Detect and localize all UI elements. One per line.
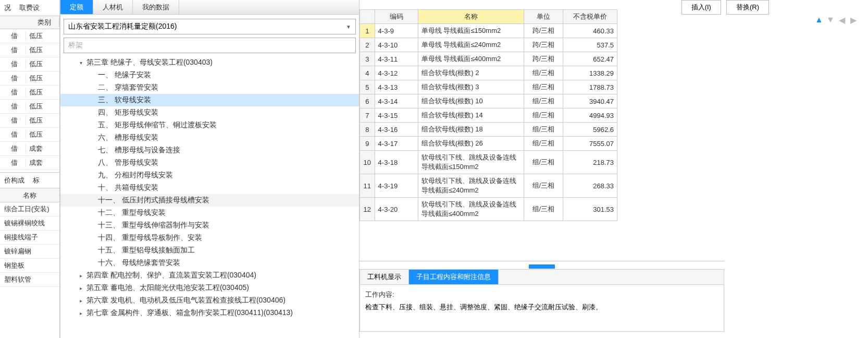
tree-item[interactable]: 七、 槽形母线与设备连接 <box>60 144 359 156</box>
table-row[interactable]: 114-3-19软母线引下线、跳线及设备连线 导线截面≤240mm2组/三相26… <box>360 174 617 198</box>
cell-price: 218.73 <box>563 151 617 174</box>
cell-code: 4-3-15 <box>375 108 418 123</box>
cell-unit: 跨/三相 <box>524 24 563 38</box>
left-row[interactable]: 借低压 <box>0 128 59 142</box>
table-row[interactable]: 84-3-16组合软母线(根数) 18组/三相5962.6 <box>360 123 617 137</box>
cell-code: 4-3-16 <box>375 123 418 137</box>
row-number: 3 <box>360 52 375 66</box>
quota-library-dropdown[interactable]: 山东省安装工程消耗量定额(2016) ▼ <box>64 19 356 34</box>
left-row[interactable]: 借低压 <box>0 29 59 43</box>
expand-icon[interactable]: ▸ <box>78 310 83 316</box>
cell-unit: 跨/三相 <box>524 38 563 52</box>
col-name[interactable]: 名称 <box>418 10 524 24</box>
tree-item[interactable]: 十一、 低压封闭式插接母线槽安装 <box>60 194 359 207</box>
table-row[interactable]: 14-3-9单母线 导线截面≤150mm2跨/三相460.33 <box>360 24 617 38</box>
col-code[interactable]: 编码 <box>375 10 418 24</box>
table-row[interactable]: 24-3-10单母线 导线截面≤240mm2跨/三相537.5 <box>360 38 617 52</box>
expand-icon[interactable]: ▸ <box>78 298 83 304</box>
tree-chapter[interactable]: ▸第四章 配电控制、保护、直流装置安装工程(030404) <box>60 269 359 282</box>
cell-price: 460.33 <box>563 24 617 38</box>
collapse-handle[interactable] <box>359 261 724 267</box>
table-row[interactable]: 104-3-18软母线引下线、跳线及设备连线 导线截面≤150mm2组/三相21… <box>360 151 617 174</box>
tree-item[interactable]: 三、 软母线安装 <box>60 94 359 106</box>
tab-item-notes[interactable]: 子目工程内容和附注信息 <box>409 270 499 284</box>
tab-mydata[interactable]: 我的数据 <box>133 0 179 14</box>
cell-name: 组合软母线(根数) 18 <box>418 123 524 137</box>
cell-name: 组合软母线(根数) 3 <box>418 80 524 94</box>
left-row-c1: 借 <box>0 31 26 41</box>
left-row[interactable]: 借成套 <box>0 142 59 156</box>
tree-item[interactable]: 六、 槽形母线安装 <box>60 131 359 144</box>
search-input[interactable]: 桥架 <box>64 38 356 53</box>
table-row[interactable]: 124-3-20软母线引下线、跳线及设备连线 导线截面≤400mm2组/三相30… <box>360 198 617 221</box>
tree-item[interactable]: 一、 绝缘子安装 <box>60 69 359 81</box>
arrow-right-icon[interactable]: ▶ <box>849 16 858 24</box>
tab-material-display[interactable]: 工料机显示 <box>360 270 409 284</box>
tree-item[interactable]: 八、 管形母线安装 <box>60 156 359 169</box>
tree-item[interactable]: 十、 共箱母线安装 <box>60 182 359 194</box>
left-row[interactable]: 借成套 <box>0 156 59 170</box>
tree-item[interactable]: 四、 矩形母线安装 <box>60 106 359 119</box>
table-row[interactable]: 64-3-14组合软母线(根数) 10组/三相3940.47 <box>360 94 617 108</box>
tree-item[interactable]: 十六、 母线绝缘套管安装 <box>60 257 359 269</box>
tab-materials[interactable]: 人材机 <box>93 0 133 14</box>
material-row[interactable]: 镀锡裸铜绞线 <box>0 216 59 231</box>
arrow-up-icon[interactable]: ▲ <box>815 16 823 24</box>
left-row-c1: 借 <box>0 45 26 55</box>
cell-name: 软母线引下线、跳线及设备连线 导线截面≤240mm2 <box>418 174 524 198</box>
left-top-tab-2[interactable]: 取费设 <box>15 3 44 13</box>
table-row[interactable]: 54-3-13组合软母线(根数) 3组/三相1788.73 <box>360 80 617 94</box>
tree-item[interactable]: 十三、 重型母线伸缩器制作与安装 <box>60 219 359 232</box>
tree-item[interactable]: 二、 穿墙套管安装 <box>60 81 359 94</box>
cell-unit: 组/三相 <box>524 80 563 94</box>
tree-item[interactable]: 九、 分相封闭母线安装 <box>60 169 359 182</box>
arrow-left-icon[interactable]: ◀ <box>838 16 846 24</box>
cell-price: 301.53 <box>563 198 617 221</box>
table-row[interactable]: 94-3-17组合软母线(根数) 26组/三相7555.07 <box>360 137 617 151</box>
left-bottom-tab-1[interactable]: 价构成 <box>0 174 29 187</box>
cell-unit: 组/三相 <box>524 94 563 108</box>
row-number: 10 <box>360 151 375 174</box>
material-row[interactable]: 钢垫板 <box>0 259 59 273</box>
tree-chapter[interactable]: ▸第七章 金属构件、穿通板、箱盒制作安装工程(030411)(030413) <box>60 307 359 319</box>
tab-quota[interactable]: 定额 <box>60 0 93 14</box>
tree-chapter[interactable]: ▸第六章 发电机、电动机及低压电气装置检查接线工程(030406) <box>60 294 359 307</box>
table-row[interactable]: 44-3-12组合软母线(根数) 2组/三相1338.29 <box>360 66 617 80</box>
left-row[interactable]: 借低压 <box>0 71 59 86</box>
left-top-tab-1[interactable]: 况 <box>0 3 15 13</box>
col-unit[interactable]: 单位 <box>524 10 563 24</box>
material-row[interactable]: 综合工日(安装) <box>0 202 59 216</box>
insert-button[interactable]: 插入(I) <box>681 0 721 15</box>
row-number: 12 <box>360 198 375 221</box>
material-row[interactable]: 铜接线端子 <box>0 231 59 245</box>
tree-item[interactable]: 十二、 重型母线安装 <box>60 207 359 219</box>
material-row[interactable]: 塑料软管 <box>0 273 59 287</box>
replace-button[interactable]: 替换(R) <box>726 0 769 15</box>
expand-icon[interactable]: ▸ <box>78 273 83 279</box>
col-rowno[interactable] <box>360 10 375 24</box>
tree-chapter[interactable]: ▸第五章 蓄电池、太阳能光伏电池安装工程(030405) <box>60 282 359 294</box>
left-row[interactable]: 借低压 <box>0 114 59 128</box>
col-price[interactable]: 不含税单价 <box>563 10 617 24</box>
cell-code: 4-3-20 <box>375 198 418 221</box>
tree-item[interactable]: 十五、 重型铝母线接触面加工 <box>60 244 359 257</box>
left-bottom-tab-2[interactable]: 标 <box>29 174 44 187</box>
cell-price: 537.5 <box>563 38 617 52</box>
expand-icon[interactable]: ▸ <box>78 285 83 291</box>
tree-item[interactable]: 十四、 重型母线导板制作、安装 <box>60 232 359 244</box>
left-row[interactable]: 借低压 <box>0 43 59 57</box>
collapse-icon[interactable]: ▾ <box>78 60 83 66</box>
cell-name: 单母线 导线截面≤240mm2 <box>418 38 524 52</box>
left-row[interactable]: 借低压 <box>0 100 59 114</box>
quota-tree-panel: 定额 人材机 我的数据 山东省安装工程消耗量定额(2016) ▼ 桥架 ▾第三章… <box>60 0 359 338</box>
tree-chapter-3[interactable]: ▾第三章 绝缘子、母线安装工程(030403) <box>60 56 359 69</box>
work-content-text: 检查下料、压接、组装、悬挂、调整弛度、紧固、绝缘子交流耐压试验、刷漆。 <box>365 303 718 312</box>
table-row[interactable]: 34-3-11单母线 导线截面≤400mm2跨/三相652.47 <box>360 52 617 66</box>
left-row[interactable]: 借低压 <box>0 86 59 100</box>
material-row[interactable]: 镀锌扁钢 <box>0 245 59 259</box>
table-row[interactable]: 74-3-15组合软母线(根数) 14组/三相4994.93 <box>360 108 617 123</box>
left-row-c2: 低压 <box>26 130 59 139</box>
tree-item[interactable]: 五、 矩形母线伸缩节、铜过渡板安装 <box>60 119 359 131</box>
arrow-down-icon[interactable]: ▼ <box>826 16 835 24</box>
left-row[interactable]: 借低压 <box>0 57 59 71</box>
